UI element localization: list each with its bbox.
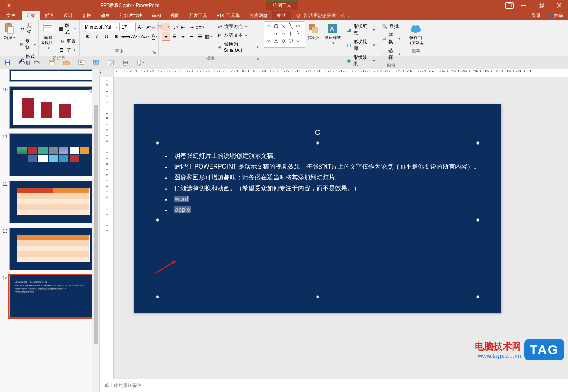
reset-button[interactable]: ⟲重置 <box>58 37 77 45</box>
qat-slideshow-current-icon[interactable] <box>91 58 101 67</box>
shapes-gallery[interactable]: ▭▢＼╲▭ ◻↳⤿{} ○△◇⬡☆ <box>264 21 305 48</box>
increase-font-icon[interactable]: A▴ <box>136 23 144 31</box>
shape-effects-button[interactable]: ◉形状效果 <box>346 54 376 68</box>
bullet-item[interactable]: apple <box>165 205 480 215</box>
vertical-ruler[interactable]: 0 · 1 · 1 · 1 · 2 · 1 · 3 · 1 · 4 · 1 · … <box>100 77 114 379</box>
tab-home[interactable]: 开始 <box>22 11 40 20</box>
tab-transitions[interactable]: 切换 <box>77 11 96 20</box>
bullet-list[interactable]: 照每张幻灯片上的说明创建演示文稿。 请记住 POWERPOINT 是演示文稿的视… <box>165 150 480 215</box>
horizontal-ruler[interactable]: · 3 · 1 · 2 · 1 · 1 · 1 · 0 · 1 · 1 · 1 … <box>114 69 568 77</box>
paragraph-launcher-icon[interactable]: ⬊ <box>256 56 260 60</box>
new-slide-button[interactable]: 新建 幻灯片 <box>40 21 56 51</box>
thumbnail-slide-9-partial[interactable] <box>0 69 99 85</box>
select-button[interactable]: ⬚选择 <box>381 47 401 61</box>
arrange-button[interactable]: 排列 <box>306 21 321 41</box>
numbering-icon[interactable]: ⒈ <box>170 23 179 31</box>
increase-indent-icon[interactable]: ⇥ <box>187 23 196 31</box>
tab-format[interactable]: 格式 <box>272 11 291 20</box>
shape-outline-button[interactable]: ◻形状轮廓 <box>346 38 376 52</box>
columns-icon[interactable]: ▥ <box>204 32 213 41</box>
copy-button[interactable]: ⎘复制 <box>19 37 37 51</box>
shape-fill-button[interactable]: ◢形状填充 <box>346 23 376 37</box>
tab-baidu[interactable]: 百度网盘 <box>245 11 272 20</box>
resize-handle[interactable] <box>476 141 479 145</box>
bullet-item[interactable]: 仔细选择切换和动画。（希望受众如何专注于内容，而不是效果。） <box>165 183 480 194</box>
font-name-input[interactable]: Microsoft Yal▾ <box>83 23 120 31</box>
justify-icon[interactable]: ≣ <box>187 32 196 41</box>
resize-handle[interactable] <box>476 295 479 298</box>
align-center-icon[interactable]: ☰ <box>170 32 179 41</box>
tab-review[interactable]: 审阅 <box>147 11 166 20</box>
bullet-item[interactable]: word <box>165 194 480 205</box>
cut-button[interactable]: ✂剪切 <box>19 22 37 36</box>
qat-preview-icon[interactable] <box>106 58 115 67</box>
thumbnail-slide-11[interactable]: 11* <box>0 132 99 179</box>
find-button[interactable]: 🔍查找 <box>381 23 401 30</box>
tab-animations[interactable]: 动画 <box>96 11 115 20</box>
thumbnail-slide-14[interactable]: 14 • 照每张幻灯片上的说明创建演示文稿。 • 请记住 POWERPOINT … <box>0 273 99 320</box>
share-button[interactable]: 👤 共享 <box>547 12 563 19</box>
resize-handle[interactable] <box>316 295 319 298</box>
align-text-button[interactable]: ⊟对齐文本 <box>216 32 260 39</box>
line-spacing-icon[interactable]: ‡≡ <box>196 23 204 31</box>
change-case-icon[interactable]: Aa <box>141 32 149 41</box>
resize-handle[interactable] <box>316 141 319 145</box>
shadow-icon[interactable]: S <box>112 32 120 41</box>
replace-button[interactable]: ⇄替换 <box>381 32 401 46</box>
decrease-indent-icon[interactable]: ⇤ <box>179 23 187 31</box>
distribute-icon[interactable]: ☷ <box>196 32 204 41</box>
thumbnails-scrollbar[interactable] <box>92 69 99 392</box>
resize-handle[interactable] <box>476 218 479 222</box>
tab-design[interactable]: 设计 <box>59 11 77 20</box>
align-left-icon[interactable]: ≡ <box>162 32 170 41</box>
thumbnail-slide-10[interactable]: 10 🔍 <box>0 85 99 132</box>
tell-me-search[interactable]: 告诉我您想要做什么... <box>291 11 349 20</box>
font-color-icon[interactable]: A <box>151 32 159 41</box>
minimize-button[interactable] <box>515 0 532 11</box>
smartart-button[interactable]: ⬘转换为 SmartArt <box>216 41 260 53</box>
font-size-input[interactable]: 17▾ <box>120 23 136 31</box>
bullets-icon[interactable]: ≔ <box>162 23 170 31</box>
resize-handle[interactable] <box>156 295 159 298</box>
tab-pdf[interactable]: PDF工具集 <box>212 11 245 20</box>
text-direction-button[interactable]: ↕A文字方向 <box>216 23 260 30</box>
login-link[interactable]: 登录 <box>532 12 541 19</box>
strike-icon[interactable]: abc <box>121 32 130 41</box>
qat-print-icon[interactable] <box>121 58 130 67</box>
save-baidu-button[interactable]: 保存到 百度网盘 <box>405 21 426 46</box>
slide-thumbnails-panel[interactable]: 10 🔍 11* <box>0 69 100 392</box>
bullet-item[interactable]: 照每张幻灯片上的说明创建演示文稿。 <box>165 150 480 161</box>
qat-touch-mode-icon[interactable]: ▾ <box>135 58 145 67</box>
layout-button[interactable]: ▦版式 <box>58 22 77 36</box>
rotate-handle-icon[interactable] <box>315 129 321 135</box>
align-right-icon[interactable]: ≡ <box>179 32 187 41</box>
bold-icon[interactable]: B <box>83 32 91 41</box>
thumbnail-slide-13[interactable]: 13 <box>0 226 99 273</box>
qat-slideshow-from-beginning-icon[interactable] <box>77 58 86 67</box>
qat-save-icon[interactable] <box>3 58 12 67</box>
current-slide[interactable]: 照每张幻灯片上的说明创建演示文稿。 请记住 POWERPOINT 是演示文稿的视… <box>134 104 501 313</box>
close-button[interactable] <box>550 0 568 11</box>
resize-handle[interactable] <box>156 141 159 145</box>
qat-undo-icon[interactable]: ▾ <box>18 58 27 67</box>
tab-view[interactable]: 视图 <box>166 11 184 20</box>
underline-icon[interactable]: U <box>102 32 111 41</box>
tab-file[interactable]: 文件 <box>0 11 22 20</box>
notes-pane[interactable]: 单击此处添加备注 <box>100 379 568 392</box>
italic-icon[interactable]: I <box>92 32 101 41</box>
bullet-item[interactable]: 图像和图形可增加趣味；请务必在适当时将其添加到幻灯片。 <box>165 172 480 183</box>
restore-button[interactable] <box>532 0 550 11</box>
thumbnail-slide-12[interactable]: 12 <box>0 179 99 226</box>
slide-canvas[interactable]: 照每张幻灯片上的说明创建演示文稿。 请记住 POWERPOINT 是演示文稿的视… <box>114 77 568 379</box>
paste-button[interactable]: 粘贴 <box>2 21 17 41</box>
tab-slideshow[interactable]: 幻灯片放映 <box>115 11 147 20</box>
resize-handle[interactable] <box>156 218 159 222</box>
ribbon-display-options[interactable] <box>505 2 514 9</box>
section-button[interactable]: ☰节 <box>58 46 77 54</box>
quick-styles-button[interactable]: A 快速样式 <box>322 21 344 46</box>
bullet-item[interactable]: 请记住 POWERPOINT 是演示文稿的视觉效果。每张幻灯片上的文字仅作为论点… <box>165 161 480 172</box>
font-launcher-icon[interactable]: ⬊ <box>152 50 156 54</box>
tab-insert[interactable]: 插入 <box>40 11 59 20</box>
char-spacing-icon[interactable]: AV <box>131 32 140 41</box>
tab-developer[interactable]: 开发工具 <box>184 11 212 20</box>
